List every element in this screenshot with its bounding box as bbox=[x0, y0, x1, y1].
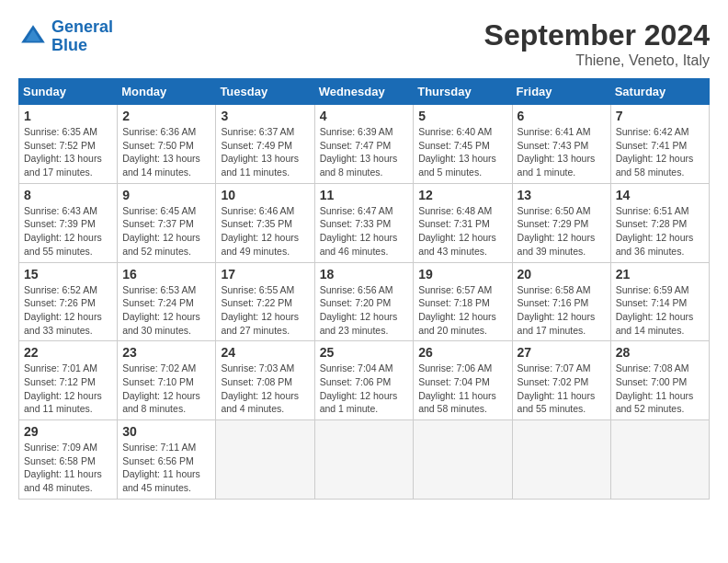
day-number: 11 bbox=[320, 188, 409, 202]
day-info: Sunrise: 7:07 AMSunset: 7:02 PMDaylight:… bbox=[518, 362, 606, 416]
day-info: Sunrise: 6:36 AMSunset: 7:50 PMDaylight:… bbox=[122, 125, 210, 179]
day-number: 8 bbox=[24, 188, 112, 202]
day-number: 30 bbox=[122, 424, 210, 439]
day-info: Sunrise: 7:04 AMSunset: 7:06 PMDaylight:… bbox=[320, 362, 409, 416]
week-row-5: 29Sunrise: 7:09 AMSunset: 6:58 PMDayligh… bbox=[19, 420, 710, 500]
day-info: Sunrise: 6:42 AMSunset: 7:41 PMDaylight:… bbox=[616, 125, 704, 179]
day-info: Sunrise: 7:01 AMSunset: 7:12 PMDaylight:… bbox=[24, 362, 112, 416]
day-info: Sunrise: 6:55 AMSunset: 7:22 PMDaylight:… bbox=[221, 283, 309, 338]
calendar-cell bbox=[512, 420, 610, 500]
calendar-cell: 25Sunrise: 7:04 AMSunset: 7:06 PMDayligh… bbox=[314, 341, 414, 420]
day-info: Sunrise: 6:50 AMSunset: 7:29 PMDaylight:… bbox=[518, 204, 606, 259]
day-number: 28 bbox=[616, 345, 704, 360]
logo-icon bbox=[18, 22, 48, 52]
day-number: 5 bbox=[418, 109, 506, 123]
calendar-cell: 10Sunrise: 6:46 AMSunset: 7:35 PMDayligh… bbox=[216, 183, 314, 262]
day-number: 19 bbox=[418, 267, 506, 282]
day-number: 15 bbox=[24, 267, 112, 282]
day-info: Sunrise: 6:47 AMSunset: 7:33 PMDaylight:… bbox=[320, 204, 409, 259]
calendar-cell: 3Sunrise: 6:37 AMSunset: 7:49 PMDaylight… bbox=[216, 105, 314, 184]
calendar-cell: 17Sunrise: 6:55 AMSunset: 7:22 PMDayligh… bbox=[216, 262, 314, 341]
logo-line2: Blue bbox=[51, 36, 87, 54]
calendar-cell bbox=[216, 420, 314, 500]
day-info: Sunrise: 6:53 AMSunset: 7:24 PMDaylight:… bbox=[122, 283, 210, 338]
weekday-header-row: SundayMondayTuesdayWednesdayThursdayFrid… bbox=[19, 79, 710, 105]
day-number: 17 bbox=[221, 267, 309, 282]
weekday-header-thursday: Thursday bbox=[414, 79, 512, 105]
day-number: 10 bbox=[221, 188, 309, 202]
calendar-cell: 28Sunrise: 7:08 AMSunset: 7:00 PMDayligh… bbox=[610, 341, 709, 420]
day-number: 6 bbox=[518, 109, 606, 123]
day-info: Sunrise: 7:11 AMSunset: 6:56 PMDaylight:… bbox=[122, 441, 210, 495]
day-number: 9 bbox=[122, 188, 210, 202]
weekday-header-friday: Friday bbox=[512, 79, 610, 105]
day-number: 3 bbox=[221, 109, 309, 123]
calendar-cell bbox=[314, 420, 414, 500]
day-number: 12 bbox=[418, 188, 506, 202]
weekday-header-wednesday: Wednesday bbox=[314, 79, 414, 105]
calendar-cell: 8Sunrise: 6:43 AMSunset: 7:39 PMDaylight… bbox=[19, 183, 118, 262]
calendar-cell: 30Sunrise: 7:11 AMSunset: 6:56 PMDayligh… bbox=[118, 420, 216, 500]
weekday-header-saturday: Saturday bbox=[610, 79, 709, 105]
day-number: 23 bbox=[122, 345, 210, 360]
day-info: Sunrise: 7:06 AMSunset: 7:04 PMDaylight:… bbox=[418, 362, 506, 416]
day-number: 4 bbox=[320, 109, 409, 123]
title-block: September 2024 Thiene, Veneto, Italy bbox=[484, 18, 710, 69]
day-info: Sunrise: 6:48 AMSunset: 7:31 PMDaylight:… bbox=[418, 204, 506, 259]
calendar-table: SundayMondayTuesdayWednesdayThursdayFrid… bbox=[18, 78, 710, 500]
day-info: Sunrise: 6:56 AMSunset: 7:20 PMDaylight:… bbox=[320, 283, 409, 338]
day-info: Sunrise: 7:02 AMSunset: 7:10 PMDaylight:… bbox=[122, 362, 210, 416]
day-number: 29 bbox=[24, 424, 112, 439]
day-number: 25 bbox=[320, 345, 409, 360]
day-info: Sunrise: 6:43 AMSunset: 7:39 PMDaylight:… bbox=[24, 204, 112, 259]
location: Thiene, Veneto, Italy bbox=[484, 52, 710, 69]
calendar-cell: 2Sunrise: 6:36 AMSunset: 7:50 PMDaylight… bbox=[118, 105, 216, 184]
calendar-cell: 19Sunrise: 6:57 AMSunset: 7:18 PMDayligh… bbox=[414, 262, 512, 341]
day-number: 26 bbox=[418, 345, 506, 360]
month-title: September 2024 bbox=[484, 18, 710, 52]
calendar-cell: 6Sunrise: 6:41 AMSunset: 7:43 PMDaylight… bbox=[512, 105, 610, 184]
week-row-2: 8Sunrise: 6:43 AMSunset: 7:39 PMDaylight… bbox=[19, 183, 710, 262]
day-number: 27 bbox=[518, 345, 606, 360]
day-number: 2 bbox=[122, 109, 210, 123]
calendar-cell: 1Sunrise: 6:35 AMSunset: 7:52 PMDaylight… bbox=[19, 105, 118, 184]
calendar-cell: 14Sunrise: 6:51 AMSunset: 7:28 PMDayligh… bbox=[610, 183, 709, 262]
day-info: Sunrise: 6:59 AMSunset: 7:14 PMDaylight:… bbox=[616, 283, 704, 338]
calendar-cell: 29Sunrise: 7:09 AMSunset: 6:58 PMDayligh… bbox=[19, 420, 118, 500]
day-number: 20 bbox=[518, 267, 606, 282]
day-number: 22 bbox=[24, 345, 112, 360]
weekday-header-monday: Monday bbox=[118, 79, 216, 105]
day-number: 14 bbox=[616, 188, 704, 202]
day-info: Sunrise: 6:57 AMSunset: 7:18 PMDaylight:… bbox=[418, 283, 506, 338]
calendar-cell: 23Sunrise: 7:02 AMSunset: 7:10 PMDayligh… bbox=[118, 341, 216, 420]
day-info: Sunrise: 6:41 AMSunset: 7:43 PMDaylight:… bbox=[518, 125, 606, 179]
day-number: 21 bbox=[616, 267, 704, 282]
logo-line1: General bbox=[51, 17, 113, 36]
calendar-cell: 16Sunrise: 6:53 AMSunset: 7:24 PMDayligh… bbox=[118, 262, 216, 341]
calendar-cell: 12Sunrise: 6:48 AMSunset: 7:31 PMDayligh… bbox=[414, 183, 512, 262]
day-info: Sunrise: 6:39 AMSunset: 7:47 PMDaylight:… bbox=[320, 125, 409, 179]
calendar-cell: 18Sunrise: 6:56 AMSunset: 7:20 PMDayligh… bbox=[314, 262, 414, 341]
calendar-cell: 22Sunrise: 7:01 AMSunset: 7:12 PMDayligh… bbox=[19, 341, 118, 420]
calendar-cell: 27Sunrise: 7:07 AMSunset: 7:02 PMDayligh… bbox=[512, 341, 610, 420]
day-number: 18 bbox=[320, 267, 409, 282]
day-info: Sunrise: 7:08 AMSunset: 7:00 PMDaylight:… bbox=[616, 362, 704, 416]
day-number: 24 bbox=[221, 345, 309, 360]
page-header: General Blue September 2024 Thiene, Vene… bbox=[18, 18, 710, 69]
day-info: Sunrise: 6:35 AMSunset: 7:52 PMDaylight:… bbox=[24, 125, 112, 179]
weekday-header-sunday: Sunday bbox=[19, 79, 118, 105]
calendar-cell: 9Sunrise: 6:45 AMSunset: 7:37 PMDaylight… bbox=[118, 183, 216, 262]
day-info: Sunrise: 6:58 AMSunset: 7:16 PMDaylight:… bbox=[518, 283, 606, 338]
day-info: Sunrise: 6:37 AMSunset: 7:49 PMDaylight:… bbox=[221, 125, 309, 179]
calendar-cell: 24Sunrise: 7:03 AMSunset: 7:08 PMDayligh… bbox=[216, 341, 314, 420]
day-info: Sunrise: 7:03 AMSunset: 7:08 PMDaylight:… bbox=[221, 362, 309, 416]
calendar-cell: 7Sunrise: 6:42 AMSunset: 7:41 PMDaylight… bbox=[610, 105, 709, 184]
day-info: Sunrise: 6:51 AMSunset: 7:28 PMDaylight:… bbox=[616, 204, 704, 259]
calendar-cell: 4Sunrise: 6:39 AMSunset: 7:47 PMDaylight… bbox=[314, 105, 414, 184]
day-info: Sunrise: 6:45 AMSunset: 7:37 PMDaylight:… bbox=[122, 204, 210, 259]
logo: General Blue bbox=[18, 18, 113, 55]
weekday-header-tuesday: Tuesday bbox=[216, 79, 314, 105]
day-info: Sunrise: 6:46 AMSunset: 7:35 PMDaylight:… bbox=[221, 204, 309, 259]
calendar-cell: 5Sunrise: 6:40 AMSunset: 7:45 PMDaylight… bbox=[414, 105, 512, 184]
day-number: 1 bbox=[24, 109, 112, 123]
